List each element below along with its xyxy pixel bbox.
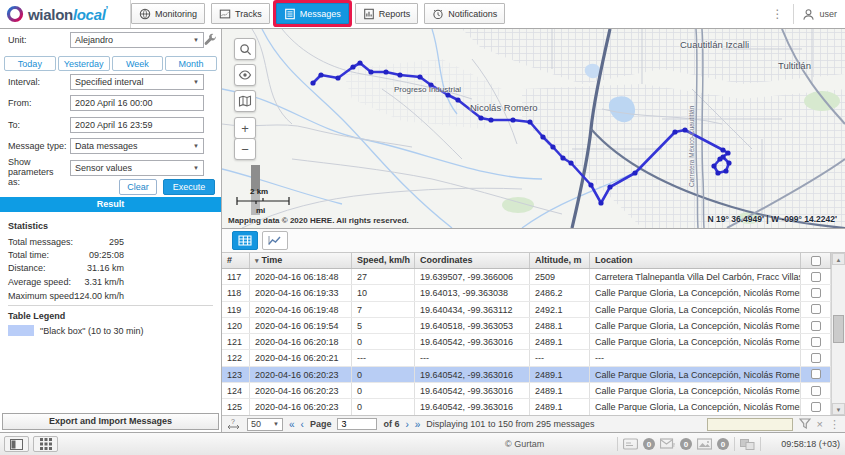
row-checkbox[interactable] — [801, 383, 831, 398]
table-row[interactable]: 124 2020-04-16 06:20:23 0 19.640542, -99… — [222, 383, 831, 399]
row-checkbox[interactable] — [801, 302, 831, 317]
yesterday-button[interactable]: Yesterday — [58, 56, 110, 71]
week-button[interactable]: Week — [112, 56, 164, 71]
tab-messages[interactable]: Messages — [276, 3, 349, 24]
map-search-button[interactable] — [234, 38, 256, 60]
clear-button[interactable]: Clear — [119, 179, 157, 195]
first-page-button[interactable]: « — [289, 418, 295, 431]
select-all-checkbox[interactable] — [801, 253, 831, 268]
logo-icon — [6, 5, 24, 23]
reports-icon — [363, 8, 375, 20]
page-label: Page — [310, 419, 332, 429]
execute-button[interactable]: Execute — [163, 179, 215, 195]
cell-coordinates: 19.64013, -99.363038 — [415, 285, 530, 300]
checkbox[interactable] — [811, 272, 821, 282]
tab-reports[interactable]: Reports — [355, 3, 419, 24]
goto-message-icon[interactable]: ? — [227, 418, 241, 430]
unit-value: Alejandro — [75, 35, 113, 45]
zoom-out-button[interactable]: − — [234, 138, 256, 160]
scrollbar-thumb[interactable] — [833, 315, 844, 343]
from-input[interactable] — [70, 95, 204, 111]
row-checkbox[interactable] — [801, 285, 831, 300]
table-row-selected[interactable]: 123 2020-04-16 06:20:23 0 19.640542, -99… — [222, 367, 831, 383]
next-page-button[interactable]: › — [405, 418, 408, 431]
map-canvas[interactable] — [222, 29, 845, 228]
message-type-select[interactable]: Data messages ▼ — [70, 138, 204, 154]
from-label: From: — [8, 98, 32, 108]
show-params-select[interactable]: Sensor values ▼ — [70, 160, 204, 176]
row-checkbox[interactable] — [801, 334, 831, 349]
mail-icon[interactable] — [660, 438, 675, 450]
checkbox[interactable] — [811, 288, 821, 298]
scroll-down-icon[interactable]: ▼ — [832, 403, 845, 415]
kebab-icon[interactable]: ⋮ — [829, 418, 840, 431]
checkbox[interactable] — [811, 386, 821, 396]
to-input[interactable] — [70, 117, 204, 133]
panel-toggle-button[interactable] — [4, 436, 29, 452]
user-menu[interactable]: user — [794, 8, 845, 21]
last-page-button[interactable]: » — [415, 418, 421, 431]
col-header-time[interactable]: ▾Time — [250, 253, 352, 268]
today-button[interactable]: Today — [4, 56, 56, 71]
driver-card-icon[interactable] — [623, 438, 638, 450]
table-row[interactable]: 125 2020-04-16 06:20:23 0 19.640542, -99… — [222, 399, 831, 415]
table-scrollbar[interactable]: ▲ ▼ — [831, 253, 845, 415]
checkbox[interactable] — [811, 337, 821, 347]
checkbox[interactable] — [811, 304, 821, 314]
cursor-coordinates: N 19° 36.4949' | W -099° 14.2242' — [708, 214, 837, 224]
zoom-in-button[interactable]: + — [234, 117, 256, 139]
table-row[interactable]: 118 2020-04-16 06:19:33 10 19.64013, -99… — [222, 285, 831, 301]
message-type-value: Data messages — [75, 141, 138, 151]
photo-icon[interactable] — [697, 438, 712, 450]
row-checkbox[interactable] — [801, 318, 831, 333]
wrench-icon[interactable] — [203, 33, 217, 47]
checkbox[interactable] — [811, 369, 821, 379]
cell-time: 2020-04-16 06:20:23 — [250, 367, 352, 382]
col-header-location[interactable]: Location — [590, 253, 801, 268]
checkbox[interactable] — [811, 321, 821, 331]
table-row[interactable]: 120 2020-04-16 06:19:54 5 19.640518, -99… — [222, 318, 831, 334]
kebab-icon[interactable]: ⋮ — [761, 4, 794, 24]
col-header-coordinates[interactable]: Coordinates — [415, 253, 530, 268]
interval-select[interactable]: Specified interval ▼ — [70, 74, 204, 90]
table-row[interactable]: 117 2020-04-16 06:18:48 27 19.639507, -9… — [222, 269, 831, 285]
checkbox[interactable] — [811, 353, 821, 363]
table-row[interactable]: 121 2020-04-16 06:20:18 0 19.640542, -99… — [222, 334, 831, 350]
cell-time: 2020-04-16 06:18:48 — [250, 269, 352, 284]
row-checkbox[interactable] — [801, 350, 831, 365]
svg-text:?: ? — [231, 418, 235, 425]
col-header-speed[interactable]: Speed, km/h — [352, 253, 415, 268]
page-size-select[interactable]: 50 ▼ — [247, 418, 283, 431]
unit-select[interactable]: Alejandro ▼ — [70, 32, 204, 48]
checkbox[interactable] — [811, 256, 821, 266]
page-number-input[interactable] — [337, 418, 377, 430]
row-checkbox[interactable] — [801, 399, 831, 414]
map-layers-button[interactable] — [234, 90, 256, 112]
windows-icon[interactable] — [740, 439, 755, 450]
quick-range-buttons: Today Yesterday Week Month — [4, 56, 217, 71]
map-label: Nicolás Romero — [470, 102, 538, 113]
tab-monitoring[interactable]: Monitoring — [131, 3, 205, 24]
table-row[interactable]: 122 2020-04-16 06:20:21 --- --- --- --- — [222, 350, 831, 366]
row-checkbox[interactable] — [801, 367, 831, 382]
filter-funnel-icon[interactable] — [799, 418, 811, 430]
scroll-up-icon[interactable]: ▲ — [832, 253, 845, 265]
apps-grid-button[interactable] — [33, 436, 58, 452]
map-panel: Progreso Industrial Nicolás Romero Cuaut… — [222, 29, 845, 228]
table-view-button[interactable] — [232, 231, 258, 250]
col-header-altitude[interactable]: Altitude, m — [530, 253, 590, 268]
clear-filter-icon[interactable]: × — [817, 418, 823, 430]
col-header-num[interactable]: # — [222, 253, 250, 268]
filter-input[interactable] — [707, 418, 793, 431]
month-button[interactable]: Month — [165, 56, 217, 71]
checkbox[interactable] — [811, 402, 821, 412]
export-import-button[interactable]: Export and Import Messages — [2, 413, 219, 430]
tab-tracks[interactable]: Tracks — [211, 3, 270, 24]
row-checkbox[interactable] — [801, 269, 831, 284]
tab-notifications[interactable]: Notifications — [424, 3, 505, 24]
table-row[interactable]: 119 2020-04-16 06:19:48 7 19.640434, -99… — [222, 302, 831, 318]
prev-page-button[interactable]: ‹ — [301, 418, 304, 431]
apps-grid-icon — [40, 438, 52, 450]
map-visibility-button[interactable] — [234, 64, 256, 86]
chart-view-button[interactable] — [262, 231, 288, 250]
